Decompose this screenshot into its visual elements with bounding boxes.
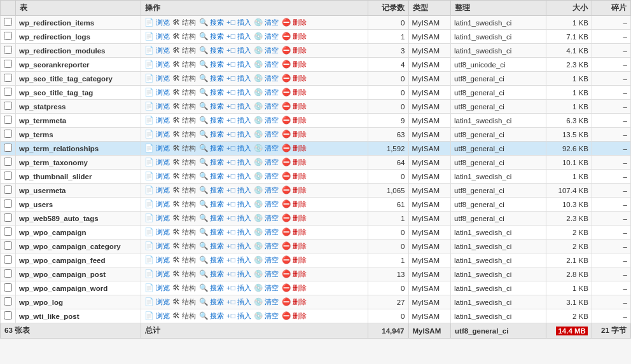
- row-checkbox[interactable]: [1, 184, 16, 198]
- table-checkbox[interactable]: [4, 297, 12, 306]
- drop-link[interactable]: 删除: [293, 186, 307, 194]
- insert-link[interactable]: 插入: [237, 284, 251, 292]
- table-checkbox[interactable]: [4, 32, 12, 40]
- drop-link[interactable]: 删除: [293, 116, 307, 124]
- empty-link[interactable]: 清空: [265, 116, 279, 124]
- empty-link[interactable]: 清空: [265, 200, 279, 208]
- structure-link[interactable]: 结构: [182, 102, 196, 110]
- drop-link[interactable]: 删除: [293, 102, 307, 110]
- insert-link[interactable]: 插入: [237, 242, 251, 250]
- drop-link[interactable]: 删除: [293, 158, 307, 166]
- drop-link[interactable]: 删除: [293, 60, 307, 68]
- structure-link[interactable]: 结构: [182, 46, 196, 54]
- row-checkbox[interactable]: [1, 226, 16, 239]
- insert-link[interactable]: 插入: [237, 32, 251, 40]
- browse-link[interactable]: 浏览: [156, 88, 170, 96]
- search-link[interactable]: 搜索: [210, 130, 224, 138]
- drop-link[interactable]: 删除: [293, 144, 307, 152]
- browse-link[interactable]: 浏览: [156, 200, 170, 208]
- insert-link[interactable]: 插入: [237, 158, 251, 166]
- insert-link[interactable]: 插入: [237, 312, 251, 320]
- insert-link[interactable]: 插入: [237, 46, 251, 54]
- row-checkbox[interactable]: [1, 128, 16, 142]
- drop-link[interactable]: 删除: [293, 256, 307, 264]
- insert-link[interactable]: 插入: [237, 200, 251, 208]
- drop-link[interactable]: 删除: [293, 74, 307, 82]
- row-checkbox[interactable]: [1, 86, 16, 100]
- search-link[interactable]: 搜索: [210, 214, 224, 222]
- structure-link[interactable]: 结构: [182, 312, 196, 320]
- browse-link[interactable]: 浏览: [156, 298, 170, 306]
- browse-link[interactable]: 浏览: [156, 172, 170, 180]
- structure-link[interactable]: 结构: [182, 172, 196, 180]
- structure-link[interactable]: 结构: [182, 74, 196, 82]
- empty-link[interactable]: 清空: [265, 256, 279, 264]
- browse-link[interactable]: 浏览: [156, 312, 170, 320]
- browse-link[interactable]: 浏览: [156, 102, 170, 110]
- empty-link[interactable]: 清空: [265, 60, 279, 68]
- table-checkbox[interactable]: [4, 255, 12, 264]
- browse-link[interactable]: 浏览: [156, 214, 170, 222]
- search-link[interactable]: 搜索: [210, 32, 224, 40]
- browse-link[interactable]: 浏览: [156, 130, 170, 138]
- insert-link[interactable]: 插入: [237, 298, 251, 306]
- drop-link[interactable]: 删除: [293, 298, 307, 306]
- structure-link[interactable]: 结构: [182, 298, 196, 306]
- structure-link[interactable]: 结构: [182, 88, 196, 96]
- search-link[interactable]: 搜索: [210, 88, 224, 96]
- row-checkbox[interactable]: [1, 100, 16, 114]
- insert-link[interactable]: 插入: [237, 270, 251, 278]
- table-checkbox[interactable]: [4, 311, 12, 320]
- structure-link[interactable]: 结构: [182, 200, 196, 208]
- search-link[interactable]: 搜索: [210, 18, 224, 26]
- structure-link[interactable]: 结构: [182, 270, 196, 278]
- row-checkbox[interactable]: [1, 253, 16, 267]
- row-checkbox[interactable]: [1, 58, 16, 72]
- drop-link[interactable]: 删除: [293, 312, 307, 320]
- structure-link[interactable]: 结构: [182, 186, 196, 194]
- table-checkbox[interactable]: [4, 227, 12, 236]
- browse-link[interactable]: 浏览: [156, 60, 170, 68]
- table-checkbox[interactable]: [4, 241, 12, 250]
- insert-link[interactable]: 插入: [237, 88, 251, 96]
- row-checkbox[interactable]: [1, 156, 16, 170]
- empty-link[interactable]: 清空: [265, 172, 279, 180]
- table-checkbox[interactable]: [4, 269, 12, 278]
- browse-link[interactable]: 浏览: [156, 242, 170, 250]
- search-link[interactable]: 搜索: [210, 172, 224, 180]
- table-checkbox[interactable]: [4, 199, 12, 208]
- empty-link[interactable]: 清空: [265, 74, 279, 82]
- table-checkbox[interactable]: [4, 74, 12, 82]
- insert-link[interactable]: 插入: [237, 130, 251, 138]
- drop-link[interactable]: 删除: [293, 200, 307, 208]
- row-checkbox[interactable]: [1, 30, 16, 44]
- row-checkbox[interactable]: [1, 295, 16, 309]
- search-link[interactable]: 搜索: [210, 102, 224, 110]
- row-checkbox[interactable]: [1, 142, 16, 156]
- table-checkbox[interactable]: [4, 144, 12, 152]
- search-link[interactable]: 搜索: [210, 242, 224, 250]
- browse-link[interactable]: 浏览: [156, 74, 170, 82]
- browse-link[interactable]: 浏览: [156, 32, 170, 40]
- row-checkbox[interactable]: [1, 114, 16, 128]
- table-checkbox[interactable]: [4, 185, 12, 194]
- browse-link[interactable]: 浏览: [156, 270, 170, 278]
- insert-link[interactable]: 插入: [237, 256, 251, 264]
- drop-link[interactable]: 删除: [293, 228, 307, 236]
- table-checkbox[interactable]: [4, 213, 12, 222]
- table-checkbox[interactable]: [4, 102, 12, 110]
- row-checkbox[interactable]: [1, 170, 16, 184]
- browse-link[interactable]: 浏览: [156, 158, 170, 166]
- empty-link[interactable]: 清空: [265, 18, 279, 26]
- browse-link[interactable]: 浏览: [156, 186, 170, 194]
- empty-link[interactable]: 清空: [265, 88, 279, 96]
- insert-link[interactable]: 插入: [237, 172, 251, 180]
- row-checkbox[interactable]: [1, 281, 16, 295]
- row-checkbox[interactable]: [1, 212, 16, 226]
- row-checkbox[interactable]: [1, 44, 16, 58]
- drop-link[interactable]: 删除: [293, 270, 307, 278]
- table-checkbox[interactable]: [4, 88, 12, 96]
- row-checkbox[interactable]: [1, 309, 16, 323]
- structure-link[interactable]: 结构: [182, 130, 196, 138]
- structure-link[interactable]: 结构: [182, 158, 196, 166]
